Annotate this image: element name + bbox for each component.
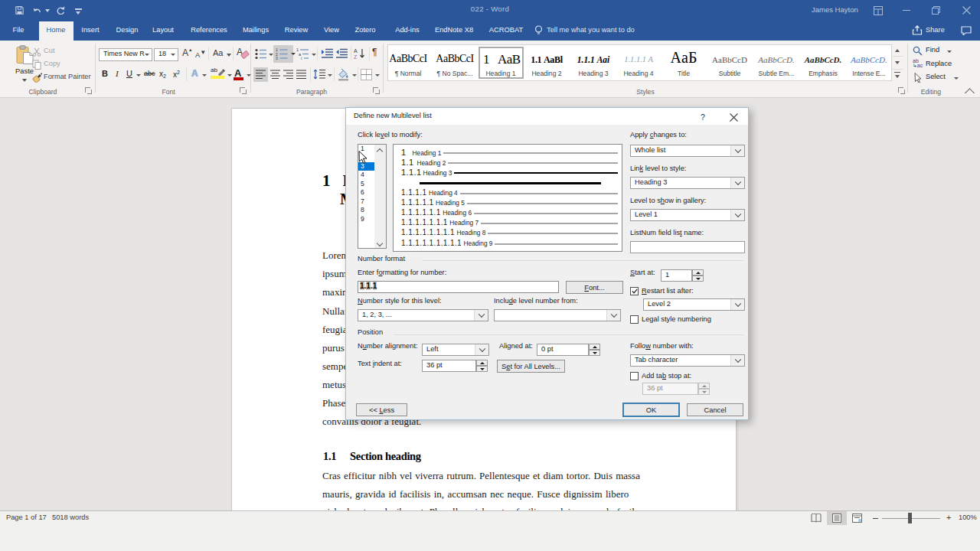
svg-text:Z: Z xyxy=(354,54,358,60)
svg-text:A: A xyxy=(354,48,358,54)
svg-text:i: i xyxy=(301,56,302,60)
svg-text:3: 3 xyxy=(276,56,278,60)
